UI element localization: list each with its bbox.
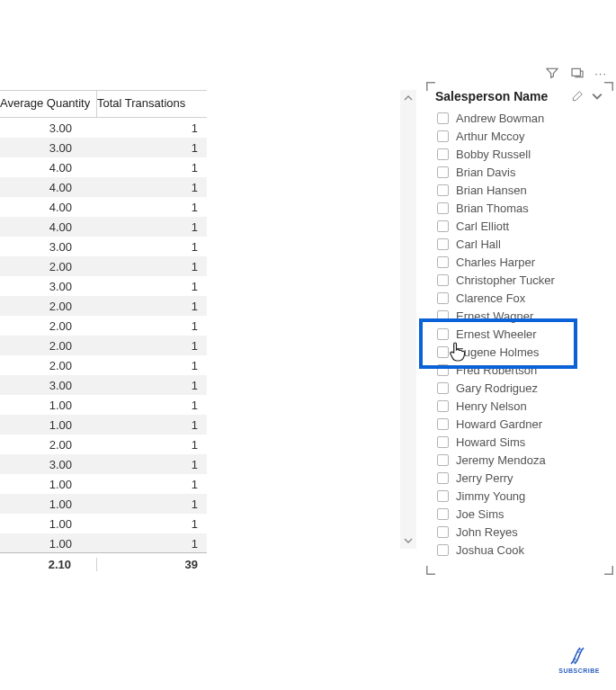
resize-handle[interactable] <box>426 82 435 91</box>
checkbox[interactable] <box>437 436 449 448</box>
subscribe-label: SUBSCRIBE <box>558 668 600 674</box>
checkbox[interactable] <box>437 364 449 376</box>
table-row[interactable]: 4.001 <box>0 177 207 197</box>
chevron-down-icon[interactable] <box>590 89 604 103</box>
slicer-item[interactable]: Brian Davis <box>437 163 606 181</box>
slicer-item[interactable]: Jimmy Young <box>437 487 606 505</box>
vertical-scrollbar[interactable] <box>400 90 416 549</box>
table-row[interactable]: 4.001 <box>0 157 207 177</box>
checkbox[interactable] <box>437 544 449 556</box>
checkbox[interactable] <box>437 346 449 358</box>
resize-handle[interactable] <box>426 566 435 575</box>
table-row[interactable]: 3.001 <box>0 138 207 157</box>
slicer-item[interactable]: Brian Thomas <box>437 199 606 217</box>
checkbox[interactable] <box>437 472 449 484</box>
table-row[interactable]: 1.001 <box>0 474 207 494</box>
checkbox[interactable] <box>437 526 449 538</box>
slicer-visual[interactable]: Salesperson Name Andrew BowmanArthur Mcc… <box>430 85 610 571</box>
slicer-item[interactable]: Arthur Mccoy <box>437 127 606 145</box>
resize-handle[interactable] <box>516 566 525 575</box>
cell-avg-qty: 2.00 <box>0 438 97 452</box>
slicer-item[interactable]: Carl Hall <box>437 235 606 253</box>
slicer-item[interactable]: Joshua Cook <box>437 541 606 559</box>
checkbox[interactable] <box>437 130 449 142</box>
cell-avg-qty: 3.00 <box>0 141 97 155</box>
table-row[interactable]: 3.001 <box>0 276 207 296</box>
table-row[interactable]: 4.001 <box>0 197 207 217</box>
table-row[interactable]: 1.001 <box>0 514 207 533</box>
resize-handle[interactable] <box>604 82 613 91</box>
slicer-item[interactable]: Ernest Wagner <box>437 307 606 325</box>
table-row[interactable]: 1.001 <box>0 395 207 415</box>
eraser-icon[interactable] <box>570 89 585 103</box>
slicer-item[interactable]: Andrew Bowman <box>437 109 606 127</box>
checkbox[interactable] <box>437 508 449 520</box>
checkbox[interactable] <box>437 166 449 178</box>
checkbox[interactable] <box>437 148 449 160</box>
checkbox[interactable] <box>437 454 449 466</box>
table-row[interactable]: 3.001 <box>0 237 207 256</box>
checkbox[interactable] <box>437 220 449 232</box>
slicer-item[interactable]: Howard Gardner <box>437 415 606 433</box>
checkbox[interactable] <box>437 310 449 322</box>
table-row[interactable]: 2.001 <box>0 355 207 375</box>
slicer-item[interactable]: Howard Sims <box>437 433 606 451</box>
slicer-item-label: Carl Hall <box>456 237 501 251</box>
table-row[interactable]: 1.001 <box>0 533 207 553</box>
cell-avg-qty: 4.00 <box>0 220 97 234</box>
data-table: Average Quantity Total Transations 3.001… <box>0 90 207 575</box>
slicer-item[interactable]: Jeremy Mendoza <box>437 451 606 469</box>
cell-avg-qty: 4.00 <box>0 161 97 175</box>
table-row[interactable]: 1.001 <box>0 415 207 435</box>
resize-handle[interactable] <box>426 325 435 334</box>
slicer-item[interactable]: Henry Nelson <box>437 397 606 415</box>
checkbox[interactable] <box>437 490 449 502</box>
slicer-item[interactable]: Joe Sims <box>437 505 606 523</box>
table-row[interactable]: 3.001 <box>0 454 207 474</box>
table-row[interactable]: 2.001 <box>0 316 207 336</box>
focus-mode-icon[interactable] <box>569 65 585 81</box>
scroll-down-icon[interactable] <box>400 533 416 549</box>
checkbox[interactable] <box>437 184 449 196</box>
table-row[interactable]: 3.001 <box>0 375 207 395</box>
checkbox[interactable] <box>437 274 449 286</box>
table-row[interactable]: 2.001 <box>0 256 207 276</box>
slicer-item[interactable]: Gary Rodriguez <box>437 379 606 397</box>
slicer-item[interactable]: Christopher Tucker <box>437 271 606 289</box>
col-header-avg-qty[interactable]: Average Quantity <box>0 91 97 117</box>
slicer-item[interactable]: Clarence Fox <box>437 289 606 307</box>
slicer-item[interactable]: Ernest Wheeler <box>437 325 606 343</box>
more-options-icon[interactable]: ··· <box>594 67 607 80</box>
resize-handle[interactable] <box>604 325 613 334</box>
table-row[interactable]: 2.001 <box>0 336 207 355</box>
slicer-item-label: Jeremy Mendoza <box>456 453 546 467</box>
scroll-up-icon[interactable] <box>400 90 416 106</box>
table-row[interactable]: 4.001 <box>0 217 207 237</box>
filter-icon[interactable] <box>544 65 560 81</box>
slicer-item[interactable]: Carl Elliott <box>437 217 606 235</box>
table-row[interactable]: 2.001 <box>0 435 207 454</box>
checkbox[interactable] <box>437 256 449 268</box>
checkbox[interactable] <box>437 238 449 250</box>
slicer-item[interactable]: Brian Hansen <box>437 181 606 199</box>
checkbox[interactable] <box>437 202 449 214</box>
slicer-item[interactable]: John Reyes <box>437 523 606 541</box>
checkbox[interactable] <box>437 112 449 124</box>
checkbox[interactable] <box>437 400 449 412</box>
resize-handle[interactable] <box>604 566 613 575</box>
checkbox[interactable] <box>437 418 449 430</box>
slicer-item[interactable]: Charles Harper <box>437 253 606 271</box>
slicer-item[interactable]: Jerry Perry <box>437 469 606 487</box>
resize-handle[interactable] <box>516 82 525 91</box>
table-row[interactable]: 3.001 <box>0 118 207 138</box>
cell-avg-qty: 1.00 <box>0 497 97 511</box>
table-row[interactable]: 2.001 <box>0 296 207 316</box>
checkbox[interactable] <box>437 292 449 304</box>
checkbox[interactable] <box>437 382 449 394</box>
checkbox[interactable] <box>437 328 449 340</box>
col-header-total-trans[interactable]: Total Transations <box>97 91 207 117</box>
slicer-item[interactable]: Bobby Russell <box>437 145 606 163</box>
table-row[interactable]: 1.001 <box>0 494 207 514</box>
slicer-item[interactable]: Fred Robertson <box>437 361 606 379</box>
slicer-item[interactable]: Eugene Holmes <box>437 343 606 361</box>
